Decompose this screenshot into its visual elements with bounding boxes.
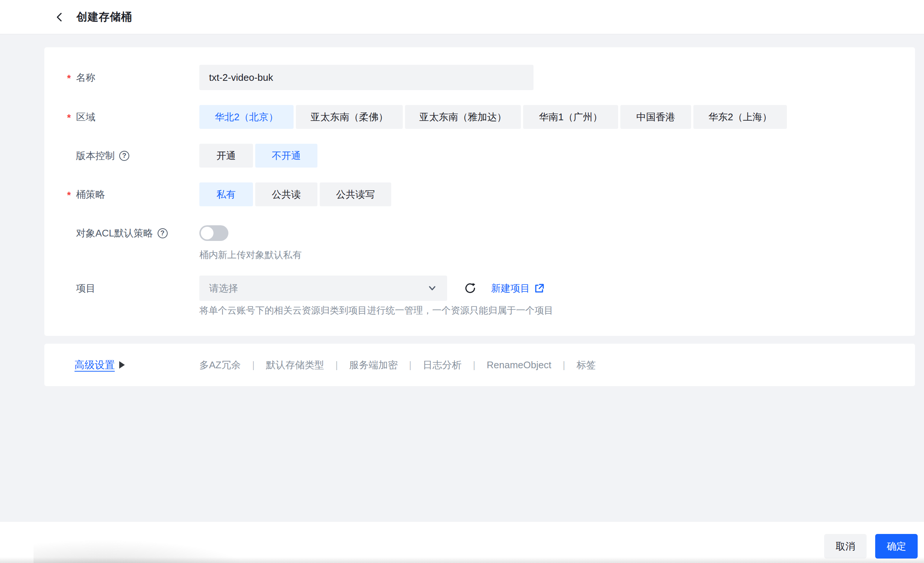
- acl-label-wrap: 对象ACL默认策略 ?: [76, 225, 168, 241]
- project-label-wrap: 项目: [76, 276, 95, 301]
- policy-label-wrap: * 桶策略: [76, 183, 105, 206]
- project-select[interactable]: 请选择: [200, 276, 447, 301]
- form-row-name: * 名称: [44, 65, 915, 90]
- region-option-beijing[interactable]: 华北2（北京）: [200, 105, 294, 129]
- acl-label: 对象ACL默认策略: [76, 227, 153, 240]
- acl-caption-row: 桶内新上传对象默认私有: [44, 249, 915, 261]
- acl-caption: 桶内新上传对象默认私有: [200, 249, 302, 261]
- versioning-option-enable[interactable]: 开通: [200, 144, 253, 168]
- region-label: 区域: [76, 111, 95, 124]
- form-row-region: * 区域 华北2（北京） 亚太东南（柔佛） 亚太东南（雅加达） 华南1（广州） …: [44, 105, 915, 129]
- policy-label: 桶策略: [76, 188, 105, 201]
- advanced-feature-item: 标签: [576, 359, 596, 371]
- question-circle-icon[interactable]: ?: [158, 228, 168, 238]
- footer-bar: 取消 确定: [0, 521, 924, 563]
- feature-separator: ｜: [406, 359, 415, 371]
- region-option-jakarta[interactable]: 亚太东南（雅加达）: [405, 105, 521, 129]
- form-row-acl: 对象ACL默认策略 ?: [44, 225, 915, 241]
- chevron-left-icon: [55, 12, 64, 22]
- region-option-guangzhou[interactable]: 华南1（广州）: [523, 105, 618, 129]
- external-link-icon: [534, 283, 544, 293]
- page-title: 创建存储桶: [76, 0, 132, 34]
- versioning-options: 开通 不开通: [200, 144, 318, 168]
- bucket-form-card: * 名称 * 区域 华北2（北京） 亚太东南（柔佛） 亚太东南（雅加达） 华南1…: [44, 47, 915, 336]
- advanced-settings-label: 高级设置: [75, 358, 115, 371]
- required-asterisk: *: [67, 73, 71, 84]
- chevron-down-icon: [427, 283, 437, 293]
- advanced-feature-item: 默认存储类型: [266, 359, 324, 371]
- advanced-feature-item: 多AZ冗余: [200, 359, 241, 371]
- required-asterisk: *: [67, 112, 71, 124]
- form-row-project: 项目 请选择 新建项目: [44, 276, 915, 301]
- region-options: 华北2（北京） 亚太东南（柔佛） 亚太东南（雅加达） 华南1（广州） 中国香港 …: [200, 105, 787, 129]
- advanced-settings-toggle[interactable]: 高级设置: [75, 344, 125, 386]
- refresh-icon: [464, 282, 477, 295]
- caret-right-icon: [119, 361, 125, 368]
- advanced-feature-item: 服务端加密: [349, 359, 398, 371]
- confirm-button[interactable]: 确定: [875, 534, 918, 559]
- refresh-button[interactable]: [463, 276, 478, 301]
- back-button[interactable]: [52, 0, 67, 34]
- project-label: 项目: [76, 282, 95, 295]
- bucket-name-input[interactable]: [200, 65, 534, 90]
- feature-separator: ｜: [249, 359, 258, 371]
- cancel-button[interactable]: 取消: [824, 534, 867, 559]
- advanced-feature-list: 多AZ冗余｜默认存储类型｜服务端加密｜日志分析｜RenameObject｜标签: [200, 344, 596, 386]
- policy-option-public-read[interactable]: 公共读: [255, 183, 318, 206]
- advanced-feature-item: 日志分析: [423, 359, 462, 371]
- region-option-shanghai[interactable]: 华东2（上海）: [693, 105, 787, 129]
- advanced-settings-card: 高级设置 多AZ冗余｜默认存储类型｜服务端加密｜日志分析｜RenameObjec…: [44, 344, 915, 386]
- versioning-label-wrap: 版本控制 ?: [76, 144, 129, 168]
- versioning-option-disable[interactable]: 不开通: [255, 144, 318, 168]
- region-option-hongkong[interactable]: 中国香港: [620, 105, 691, 129]
- project-help-row: 将单个云账号下的相关云资源归类到项目进行统一管理，一个资源只能归属于一个项目: [44, 304, 915, 316]
- feature-separator: ｜: [470, 359, 479, 371]
- new-project-link[interactable]: 新建项目: [491, 276, 544, 301]
- policy-options: 私有 公共读 公共读写: [200, 183, 391, 206]
- feature-separator: ｜: [560, 359, 568, 371]
- required-asterisk: *: [67, 190, 71, 201]
- versioning-label: 版本控制: [76, 149, 115, 162]
- advanced-feature-item: RenameObject: [487, 359, 551, 371]
- name-label: 名称: [76, 71, 95, 84]
- acl-toggle[interactable]: [200, 225, 228, 241]
- policy-option-public-read-write[interactable]: 公共读写: [320, 183, 391, 206]
- page-header: 创建存储桶: [0, 0, 924, 34]
- policy-option-private[interactable]: 私有: [200, 183, 253, 206]
- feature-separator: ｜: [332, 359, 341, 371]
- question-circle-icon[interactable]: ?: [119, 151, 129, 161]
- toggle-knob: [201, 227, 213, 240]
- region-label-wrap: * 区域: [76, 105, 95, 129]
- region-option-johor[interactable]: 亚太东南（柔佛）: [296, 105, 403, 129]
- form-row-policy: * 桶策略 私有 公共读 公共读写: [44, 183, 915, 206]
- form-row-versioning: 版本控制 ? 开通 不开通: [44, 144, 915, 168]
- name-label-wrap: * 名称: [76, 65, 95, 90]
- project-select-placeholder: 请选择: [209, 282, 427, 295]
- project-help-text: 将单个云账号下的相关云资源归类到项目进行统一管理，一个资源只能归属于一个项目: [200, 304, 553, 316]
- new-project-link-text: 新建项目: [491, 282, 530, 295]
